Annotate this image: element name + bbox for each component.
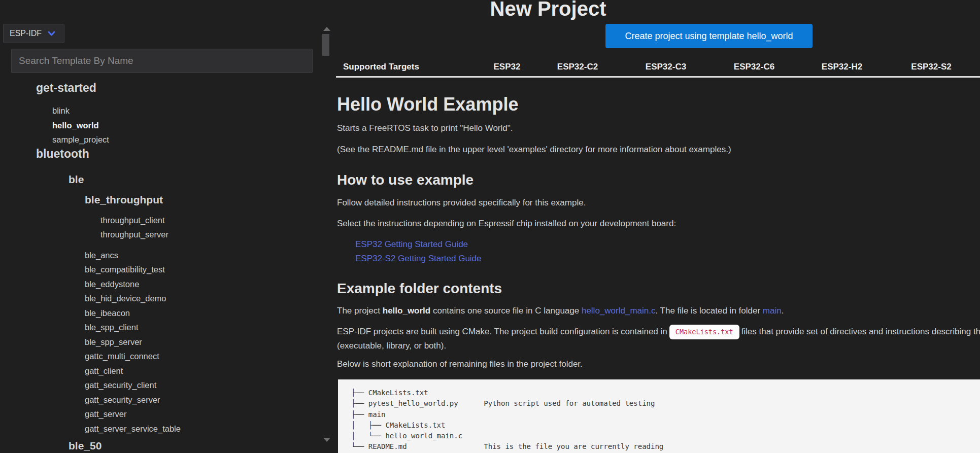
inline-code-chip: CMakeLists.txt [669, 325, 739, 339]
chevron-down-icon [48, 29, 55, 38]
text-run: . The file is located in folder [655, 306, 762, 316]
readme-paragraph: The project hello_world contains one sou… [337, 306, 784, 316]
tree-item-ble_hid_device_demo[interactable]: ble_hid_device_demo [0, 291, 315, 306]
template-sidebar: ESP-IDF get-startedblinkhello_worldsampl… [0, 0, 335, 453]
supported-targets-label: Supported Targets [343, 62, 419, 72]
template-tree: get-startedblinkhello_worldsample_projec… [0, 73, 315, 453]
readme-paragraph: Follow detailed instructions provided sp… [337, 198, 586, 208]
readme-h1: Hello World Example [337, 94, 518, 115]
readme-paragraph: Below is short explanation of remaining … [337, 359, 583, 369]
readme-paragraph: ESP-IDF projects are built using CMake. … [337, 324, 980, 339]
tree-item-gattc_multi_connect[interactable]: gattc_multi_connect [0, 349, 315, 364]
sidebar-scrollbar[interactable] [322, 0, 330, 453]
sidebar-scrollbar-thumb[interactable] [322, 34, 329, 56]
readme-h2-how-to-use: How to use example [337, 172, 474, 188]
inline-link[interactable]: main [763, 306, 782, 316]
tree-item-gatt_server[interactable]: gatt_server [0, 407, 315, 422]
tree-category-ble_throughput: ble_throughput [0, 190, 315, 210]
target-chip-ESP32-C2: ESP32-C2 [557, 62, 598, 72]
folder-tree-code-block: ├── CMakeLists.txt ├── pytest_hello_worl… [338, 379, 980, 453]
inline-link[interactable]: hello_world_main.c [582, 306, 656, 316]
tree-item-throughput_client[interactable]: throughput_client [0, 213, 315, 228]
tree-item-ble_spp_server[interactable]: ble_spp_server [0, 335, 315, 350]
targets-separator [336, 76, 980, 78]
tree-item-blink[interactable]: blink [0, 103, 315, 118]
scroll-down-arrow-icon[interactable] [323, 438, 330, 442]
target-chip-ESP32-C3: ESP32-C3 [646, 62, 686, 72]
getting-started-link[interactable]: ESP32 Getting Started Guide [355, 239, 468, 250]
create-project-button[interactable]: Create project using template hello_worl… [605, 24, 813, 48]
tree-item-ble_compatibility_test[interactable]: ble_compatibility_test [0, 262, 315, 277]
text-run: ESP-IDF projects are built using CMake. … [337, 327, 667, 336]
search-input[interactable] [11, 49, 313, 73]
main-panel: New Project Create project using templat… [335, 0, 980, 453]
tree-category-ble: ble [0, 169, 315, 190]
readme-paragraph: Starts a FreeRTOS task to print "Hello W… [337, 123, 513, 133]
bold-text: hello_world [383, 306, 430, 316]
framework-select[interactable]: ESP-IDF [3, 24, 64, 43]
tree-item-ble_ancs[interactable]: ble_ancs [0, 248, 315, 263]
page-title: New Project [490, 0, 606, 20]
scroll-up-arrow-icon[interactable] [323, 27, 330, 31]
tree-item-gatt_server_service_table[interactable]: gatt_server_service_table [0, 422, 315, 436]
tree-item-gatt_security_client[interactable]: gatt_security_client [0, 378, 315, 393]
target-chip-ESP32: ESP32 [494, 62, 521, 72]
tree-item-ble_eddystone[interactable]: ble_eddystone [0, 277, 315, 292]
text-run: files that provide set of directives and… [741, 327, 980, 336]
tree-item-gatt_security_server[interactable]: gatt_security_server [0, 393, 315, 407]
target-chip-ESP32-S2: ESP32-S2 [911, 62, 951, 72]
readme-h2-folder-contents: Example folder contents [337, 281, 502, 297]
framework-select-value: ESP-IDF [10, 29, 42, 38]
readme-paragraph: Select the instructions depending on Esp… [337, 219, 676, 229]
tree-item-ble_ibeacon[interactable]: ble_ibeacon [0, 306, 315, 321]
tree-category-get-started: get-started [0, 76, 315, 99]
text-run: contains one source file in C language [430, 306, 582, 316]
folder-tree-listing: ├── CMakeLists.txt ├── pytest_hello_worl… [338, 379, 980, 452]
readme-paragraph: (See the README.md file in the upper lev… [337, 145, 731, 155]
target-chip-ESP32-C6: ESP32-C6 [734, 62, 774, 72]
tree-category-bluetooth: bluetooth [0, 142, 315, 165]
tree-item-hello_world[interactable]: hello_world [0, 118, 315, 133]
tree-item-throughput_server[interactable]: throughput_server [0, 227, 315, 242]
text-run: The project [337, 306, 383, 316]
tree-category-ble_50: ble_50 [0, 436, 315, 453]
getting-started-link[interactable]: ESP32-S2 Getting Started Guide [355, 254, 482, 264]
target-chip-ESP32-H2: ESP32-H2 [822, 62, 862, 72]
readme-paragraph: (executable, library, or both). [337, 341, 446, 351]
tree-item-gatt_client[interactable]: gatt_client [0, 364, 315, 378]
new-project-page: ESP-IDF get-startedblinkhello_worldsampl… [0, 0, 980, 453]
tree-item-ble_spp_client[interactable]: ble_spp_client [0, 320, 315, 335]
text-run: . [782, 306, 784, 316]
